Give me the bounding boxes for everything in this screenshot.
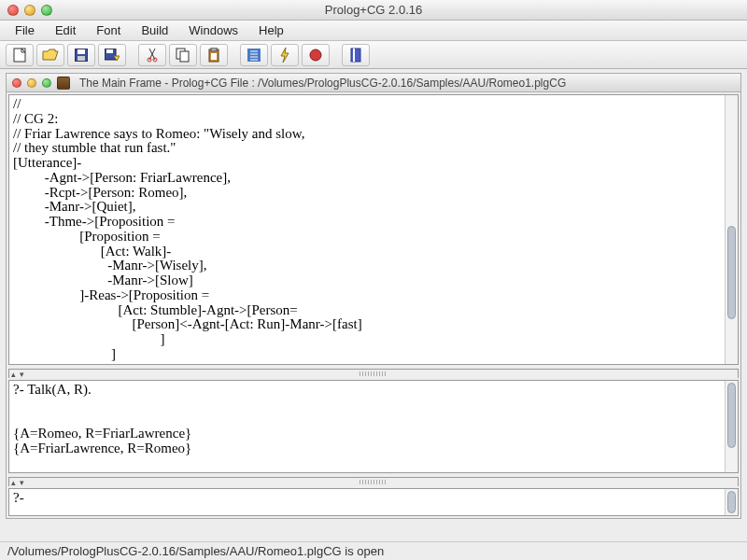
list-icon [247, 49, 261, 62]
scrollbar-thumb[interactable] [727, 383, 736, 448]
save-as-button[interactable] [98, 44, 126, 66]
console-content[interactable]: ?- Talk(A, R). {A=Romeo, R=FriarLawrence… [9, 381, 725, 472]
document-window: The Main Frame - Prolog+CG File : /Volum… [6, 73, 741, 519]
svg-rect-5 [106, 49, 113, 53]
copy-icon [176, 48, 190, 63]
grip-icon [359, 371, 388, 376]
save-button[interactable] [67, 44, 95, 66]
menu-edit[interactable]: Edit [46, 21, 85, 39]
input-pane: ?- [8, 488, 739, 516]
triangle-up-icon: ▴ [9, 478, 18, 486]
status-bar: /Volumes/PrologPlusCG-2.0.16/Samples/AAU… [0, 541, 747, 560]
menu-windows[interactable]: Windows [179, 21, 247, 39]
triangle-down-icon: ▾ [18, 478, 26, 486]
close-icon[interactable] [7, 5, 19, 16]
input-scrollbar[interactable] [725, 489, 738, 515]
editor-scrollbar[interactable] [725, 95, 738, 364]
editor-content[interactable]: // // CG 2: // Friar Lawrence says to Ro… [9, 95, 725, 364]
compile-button[interactable] [240, 44, 268, 66]
svg-rect-15 [351, 49, 360, 62]
save-icon [75, 49, 88, 62]
window-traffic-lights [7, 5, 52, 16]
paste-icon [207, 48, 220, 63]
console-pane-header[interactable]: ▴ ▾ [8, 369, 739, 378]
svg-rect-11 [211, 48, 217, 51]
toolbar [0, 41, 747, 69]
scrollbar-thumb[interactable] [727, 491, 736, 513]
run-button[interactable] [271, 44, 299, 66]
console-scrollbar[interactable] [725, 381, 738, 472]
app-icon [57, 77, 70, 90]
paste-button[interactable] [200, 44, 228, 66]
toolbar-separator [132, 45, 133, 65]
close-icon[interactable] [12, 78, 21, 88]
open-file-button[interactable] [36, 44, 64, 66]
scissors-icon [146, 48, 159, 63]
menu-file[interactable]: File [6, 21, 44, 39]
zoom-icon[interactable] [42, 78, 51, 88]
save-as-icon [105, 49, 120, 62]
document-title: The Main Frame - Prolog+CG File : /Volum… [79, 77, 566, 90]
toolbar-separator [233, 45, 234, 65]
menu-build[interactable]: Build [132, 21, 177, 39]
menubar: File Edit Font Build Windows Help [0, 21, 747, 41]
menu-help[interactable]: Help [249, 21, 293, 39]
triangle-down-icon: ▾ [18, 370, 26, 378]
input-pane-header[interactable]: ▴ ▾ [8, 477, 739, 486]
svg-rect-3 [78, 56, 85, 61]
new-file-icon [13, 48, 26, 63]
window-title: Prolog+CG 2.0.16 [0, 3, 747, 17]
zoom-icon[interactable] [41, 5, 52, 16]
cut-button[interactable] [138, 44, 166, 66]
window-titlebar: Prolog+CG 2.0.16 [0, 0, 747, 21]
grip-icon [359, 480, 388, 484]
svg-rect-12 [211, 53, 217, 60]
toolbar-separator [335, 45, 336, 65]
bookmark-button[interactable] [342, 44, 370, 66]
minimize-icon[interactable] [24, 5, 35, 16]
status-text: /Volumes/PrologPlusCG-2.0.16/Samples/AAU… [7, 544, 384, 558]
copy-button[interactable] [169, 44, 197, 66]
new-file-button[interactable] [6, 44, 34, 66]
svg-rect-2 [78, 49, 85, 54]
input-content[interactable]: ?- [9, 489, 725, 515]
stop-icon [309, 49, 322, 62]
minimize-icon[interactable] [27, 78, 36, 88]
open-folder-icon [42, 49, 59, 62]
book-icon [349, 48, 362, 63]
document-titlebar: The Main Frame - Prolog+CG File : /Volum… [7, 74, 740, 92]
document-traffic-lights [12, 78, 51, 88]
panes-container: // // CG 2: // Friar Lawrence says to Ro… [7, 92, 740, 518]
svg-rect-16 [353, 49, 355, 62]
svg-point-14 [310, 49, 321, 61]
lightning-icon [278, 48, 291, 63]
triangle-up-icon: ▴ [9, 370, 18, 378]
menu-font[interactable]: Font [87, 21, 130, 39]
console-pane: ?- Talk(A, R). {A=Romeo, R=FriarLawrence… [8, 380, 739, 473]
scrollbar-thumb[interactable] [727, 226, 736, 319]
stop-button[interactable] [302, 44, 330, 66]
editor-pane: // // CG 2: // Friar Lawrence says to Ro… [8, 94, 739, 365]
svg-rect-9 [180, 51, 189, 62]
